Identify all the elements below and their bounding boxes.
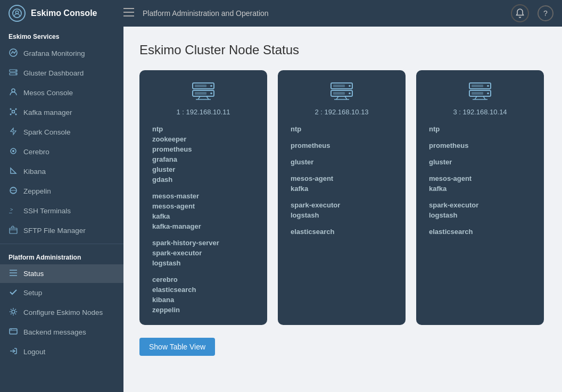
spark-label: Spark Console <box>23 128 71 136</box>
sidebar-item-ssh[interactable]: _> SSH Terminals <box>0 201 123 221</box>
service-zookeeper-1: zookeeper <box>152 135 254 144</box>
app-title: Eskimo Console <box>31 9 97 18</box>
sidebar-item-mesos[interactable]: Mesos Console <box>0 83 123 103</box>
svg-point-37 <box>210 85 212 87</box>
spacer-3d <box>429 194 531 199</box>
kafka-icon <box>9 107 18 118</box>
svg-point-12 <box>10 109 12 110</box>
svg-line-17 <box>14 110 15 111</box>
sidebar-item-spark[interactable]: Spark Console <box>0 122 123 142</box>
sidebar-item-cerebro[interactable]: Cerebro <box>0 142 123 162</box>
service-logstash-1: logstash <box>152 258 254 268</box>
zeppelin-label: Zeppelin <box>23 187 51 195</box>
service-kafka-3: kafka <box>429 184 531 193</box>
spark-icon <box>9 127 18 137</box>
gluster-icon <box>9 68 18 78</box>
svg-point-14 <box>10 114 12 115</box>
sidebar: Eskimo Services Grafana Monitoring Glust… <box>0 27 123 392</box>
service-logstash-2: logstash <box>291 211 393 220</box>
svg-point-15 <box>15 114 17 115</box>
svg-rect-40 <box>195 92 206 95</box>
sidebar-item-setup[interactable]: Setup <box>0 283 123 303</box>
kibana-label: Kibana <box>23 168 46 176</box>
status-label: Status <box>23 270 44 278</box>
sidebar-item-sftp[interactable]: SFTP File Manager <box>0 221 123 240</box>
sidebar-item-backend[interactable]: Backend messages <box>0 322 123 342</box>
service-prometheus-1: prometheus <box>152 145 254 154</box>
svg-text:>: > <box>10 207 13 212</box>
notification-bell[interactable] <box>511 4 529 22</box>
gluster-label: Gluster Dashboard <box>23 69 84 77</box>
svg-point-46 <box>349 85 351 87</box>
page-title: Eskimo Cluster Node Status <box>139 43 546 57</box>
mesos-label: Mesos Console <box>23 89 73 97</box>
svg-rect-57 <box>472 85 483 87</box>
node-services-3: ntp prometheus gluster mesos-agent kafka… <box>429 124 531 236</box>
service-prometheus-3: prometheus <box>429 141 531 150</box>
service-kibana-1: kibana <box>152 295 254 304</box>
logo-icon <box>9 5 26 22</box>
sidebar-divider <box>0 244 123 244</box>
node-card-3: 3 : 192.168.10.14 ntp prometheus gluster… <box>416 70 544 325</box>
service-kafka-1: kafka <box>152 212 254 221</box>
node-services-1: ntp zookeeper prometheus grafana gluster… <box>152 124 254 314</box>
spacer-3a <box>429 135 531 140</box>
service-kafka-manager-1: kafka-manager <box>152 222 254 231</box>
kibana-icon <box>9 166 18 177</box>
service-kafka-2: kafka <box>291 184 393 193</box>
spacer-2c <box>291 168 393 173</box>
svg-rect-32 <box>10 329 17 334</box>
sftp-label: SFTP File Manager <box>23 227 86 235</box>
show-table-view-button[interactable]: Show Table View <box>139 338 215 356</box>
svg-point-1 <box>15 11 18 14</box>
svg-point-33 <box>11 329 12 330</box>
node-id-2: 2 : 192.168.10.13 <box>315 108 368 116</box>
spacer-2a <box>291 135 393 140</box>
svg-line-19 <box>14 113 15 114</box>
service-spark-executor-3: spark-executor <box>429 201 531 210</box>
svg-point-13 <box>15 109 17 110</box>
node-card-1: 1 : 192.168.10.11 ntp zookeeper promethe… <box>139 70 267 325</box>
service-elasticsearch-1: elasticsearch <box>152 285 254 294</box>
svg-rect-27 <box>10 228 17 233</box>
sidebar-item-logout[interactable]: Logout <box>0 342 123 362</box>
sidebar-item-gluster[interactable]: Gluster Dashboard <box>0 63 123 83</box>
logout-label: Logout <box>23 348 45 356</box>
svg-rect-2 <box>123 8 134 9</box>
svg-rect-58 <box>472 92 483 95</box>
backend-icon <box>9 327 18 337</box>
node-header-3: 3 : 192.168.10.14 <box>429 81 531 116</box>
spacer-3c <box>429 168 531 173</box>
grafana-label: Grafana Monitoring <box>23 49 85 57</box>
sidebar-item-grafana[interactable]: Grafana Monitoring <box>0 44 123 63</box>
node-id-1: 1 : 192.168.10.11 <box>176 108 230 116</box>
node-header-2: 2 : 192.168.10.13 <box>291 81 393 116</box>
service-gluster-3: gluster <box>429 157 531 166</box>
svg-point-31 <box>12 310 15 313</box>
service-cerebro-1: cerebro <box>152 275 254 284</box>
spacer-3e <box>429 221 531 226</box>
service-zeppelin-1: zeppelin <box>152 305 254 314</box>
svg-point-8 <box>15 70 16 71</box>
sidebar-item-zeppelin[interactable]: Zeppelin <box>0 181 123 201</box>
sidebar-item-status[interactable]: Status <box>0 264 123 283</box>
svg-line-18 <box>12 113 13 114</box>
service-gluster-1: gluster <box>152 165 254 174</box>
svg-rect-48 <box>333 85 345 87</box>
grafana-icon <box>9 48 18 59</box>
svg-point-55 <box>487 85 489 87</box>
svg-rect-3 <box>123 12 134 13</box>
service-spark-executor-2: spark-executor <box>291 201 393 210</box>
svg-point-47 <box>349 93 351 95</box>
svg-point-21 <box>12 150 14 152</box>
zeppelin-icon <box>9 186 18 196</box>
node-services-2: ntp prometheus gluster mesos-agent kafka… <box>291 124 393 236</box>
sidebar-item-kibana[interactable]: Kibana <box>0 162 123 181</box>
hamburger-menu[interactable] <box>123 8 134 19</box>
mesos-icon <box>9 88 18 98</box>
service-logstash-3: logstash <box>429 211 531 220</box>
spacer-1a <box>152 185 254 190</box>
sidebar-item-configure[interactable]: Configure Eskimo Nodes <box>0 303 123 322</box>
help-button[interactable]: ? <box>538 5 553 21</box>
sidebar-item-kafka[interactable]: Kafka manager <box>0 103 123 122</box>
